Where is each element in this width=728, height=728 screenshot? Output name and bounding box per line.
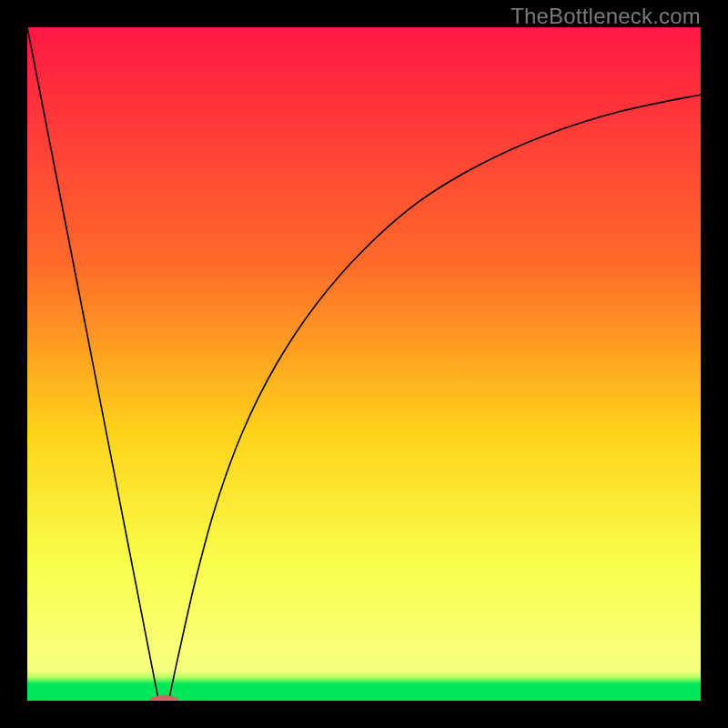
chart-svg (27, 27, 701, 701)
gradient-background (27, 27, 701, 701)
attribution-text: TheBottleneck.com (511, 4, 701, 29)
chart-frame: TheBottleneck.com (0, 0, 728, 728)
plot-area (27, 27, 701, 701)
